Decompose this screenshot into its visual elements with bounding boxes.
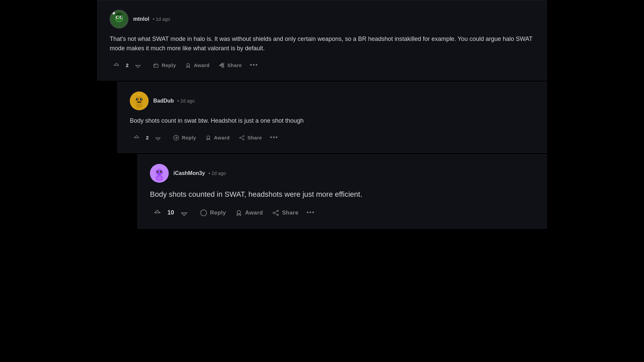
- svg-point-32: [157, 171, 159, 173]
- reply-button-icashmon3y[interactable]: Reply: [196, 207, 229, 219]
- avatar-icashmon3y: [150, 164, 169, 183]
- svg-point-35: [161, 171, 162, 172]
- svg-point-26: [243, 139, 244, 140]
- downvote-icon: [155, 134, 161, 141]
- award-icon: [205, 134, 212, 141]
- vote-section-baddub: 2: [130, 132, 165, 143]
- comment-mtnlol: mtnlol • 1d ago That's not what SWAT mod…: [97, 0, 547, 80]
- avatar-icon-icashmon3y: [150, 164, 169, 183]
- downvote-button-icashmon3y[interactable]: [177, 207, 192, 219]
- svg-point-7: [187, 63, 190, 66]
- timestamp-mtnlol: • 1d ago: [153, 16, 170, 22]
- share-button-icashmon3y[interactable]: Share: [268, 207, 302, 219]
- svg-line-44: [274, 211, 277, 213]
- avatar-icon-baddub: [130, 92, 149, 110]
- svg-point-8: [223, 63, 224, 64]
- svg-rect-19: [137, 102, 141, 103]
- svg-point-42: [277, 214, 278, 216]
- svg-point-14: [135, 97, 143, 104]
- svg-point-43: [273, 212, 274, 214]
- comment-header-baddub: BadDub • 2d ago: [130, 92, 534, 110]
- more-options-button[interactable]: •••: [247, 60, 261, 70]
- svg-line-28: [240, 136, 243, 137]
- svg-point-17: [137, 99, 138, 99]
- svg-point-38: [157, 177, 161, 180]
- username-mtnlol: mtnlol: [133, 16, 149, 22]
- timestamp-icashmon3y: • 2d ago: [209, 171, 226, 176]
- svg-point-39: [201, 210, 207, 216]
- username-meta-icashmon3y: iCashMon3y • 2d ago: [173, 170, 226, 176]
- reply-icon: [153, 62, 159, 69]
- share-button[interactable]: Share: [215, 60, 245, 71]
- reply-button[interactable]: Reply: [149, 60, 179, 71]
- comment-header: mtnlol • 1d ago: [110, 10, 534, 28]
- svg-point-40: [237, 210, 240, 214]
- username-baddub: BadDub: [153, 98, 174, 104]
- award-button-icashmon3y[interactable]: Award: [231, 207, 266, 219]
- avatar-baddub: [130, 92, 149, 110]
- svg-point-27: [239, 137, 241, 138]
- svg-point-33: [160, 171, 162, 173]
- vote-section: 2: [110, 60, 145, 71]
- comment-text-icashmon3y: Body shots counted in SWAT, headshots we…: [150, 189, 534, 200]
- more-options-button-icashmon3y[interactable]: •••: [304, 208, 318, 218]
- upvote-icon: [153, 209, 161, 217]
- svg-point-36: [158, 173, 161, 175]
- svg-point-41: [277, 210, 278, 212]
- reply-button-baddub[interactable]: Reply: [169, 132, 199, 143]
- vote-count-baddub: 2: [146, 135, 149, 140]
- award-button[interactable]: Award: [181, 60, 213, 71]
- username-icashmon3y: iCashMon3y: [173, 170, 205, 176]
- comment-actions-baddub: 2 Reply Award: [130, 132, 534, 143]
- reply-icon: [200, 209, 208, 217]
- comments-container: mtnlol • 1d ago That's not what SWAT mod…: [97, 0, 547, 229]
- vote-section-icashmon3y: 10: [150, 207, 192, 219]
- downvote-button[interactable]: [131, 60, 145, 71]
- username-meta: mtnlol • 1d ago: [133, 16, 170, 22]
- share-icon: [218, 62, 225, 69]
- reply-icon: [173, 134, 179, 141]
- comment-text-baddub: Body shots count in swat btw. Headshot i…: [130, 116, 534, 126]
- svg-line-45: [274, 213, 277, 215]
- comment-actions-mtnlol: 2 Reply Award: [110, 60, 534, 71]
- comment-header-icashmon3y: iCashMon3y • 2d ago: [150, 164, 534, 183]
- comment-icashmon3y: iCashMon3y • 2d ago Body shots counted i…: [138, 154, 547, 229]
- username-meta-baddub: BadDub • 2d ago: [153, 98, 195, 104]
- svg-point-22: [136, 103, 143, 108]
- share-icon: [238, 134, 245, 141]
- comment-text-mtnlol: That's not what SWAT mode in halo is. It…: [110, 35, 534, 53]
- timestamp-baddub: • 2d ago: [177, 98, 195, 104]
- downvote-icon: [180, 209, 188, 217]
- award-icon: [185, 62, 192, 69]
- svg-line-29: [240, 138, 243, 139]
- vote-count-icashmon3y: 10: [167, 209, 174, 216]
- avatar-mtnlol: [110, 10, 128, 28]
- upvote-icon: [113, 62, 120, 69]
- downvote-button-baddub[interactable]: [151, 132, 165, 143]
- svg-point-4: [117, 16, 118, 18]
- share-icon: [272, 209, 280, 217]
- dot-indicator: [112, 12, 115, 14]
- svg-rect-6: [116, 13, 122, 15]
- comment-actions-icashmon3y: 10 Reply Award: [150, 207, 534, 219]
- downvote-icon: [135, 62, 141, 69]
- svg-point-1: [115, 15, 123, 22]
- upvote-icon: [133, 134, 140, 141]
- svg-point-18: [141, 99, 142, 99]
- svg-point-21: [139, 94, 140, 95]
- award-icon: [235, 209, 243, 217]
- upvote-button[interactable]: [110, 60, 123, 71]
- svg-point-24: [207, 136, 210, 138]
- svg-point-9: [223, 66, 224, 68]
- award-button-baddub[interactable]: Award: [202, 132, 233, 143]
- vote-count: 2: [126, 62, 128, 68]
- upvote-button-icashmon3y[interactable]: [150, 207, 165, 219]
- svg-point-34: [158, 171, 158, 172]
- svg-point-25: [243, 135, 244, 137]
- upvote-button-baddub[interactable]: [130, 132, 143, 143]
- svg-point-5: [120, 16, 122, 18]
- more-options-button-baddub[interactable]: •••: [267, 133, 281, 142]
- comment-baddub: BadDub • 2d ago Body shots count in swat…: [117, 82, 547, 153]
- share-button-baddub[interactable]: Share: [235, 132, 265, 143]
